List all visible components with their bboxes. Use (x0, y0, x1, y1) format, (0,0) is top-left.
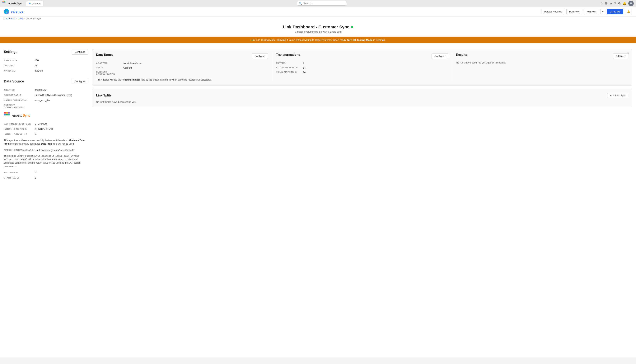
svg-rect-11 (8, 114, 10, 116)
search-input[interactable] (303, 2, 345, 5)
initial-load-value-value: X (34, 133, 36, 136)
filters-value: 3 (303, 62, 304, 65)
sap-timezone-value: UTC-04:00 (34, 122, 47, 125)
svg-rect-1 (4, 1, 4, 2)
card-close-button[interactable]: × (627, 51, 629, 55)
os-bar-right: ☆ ⊞ ☁ ? ⚙ 🔔 U (600, 1, 634, 6)
min-date-info: This sync has not been run successfully … (4, 139, 88, 146)
start-page-label: START PAGE: (4, 177, 34, 179)
app-name: enosix Sync (8, 2, 23, 5)
star-icon[interactable]: ☆ (600, 2, 603, 5)
filters-label: FILTERS: (276, 62, 303, 64)
cloud-icon[interactable]: ☁ (609, 2, 612, 5)
upload-records-button[interactable]: Upload Records (541, 9, 565, 14)
total-mappings-value: 14 (303, 71, 306, 74)
source-table-label: SOURCE TABLE: (4, 94, 34, 96)
api-name-value: alzD0H (34, 69, 43, 72)
svg-rect-6 (4, 112, 6, 114)
warning-banner: Link is in Testing Mode, allowing it to … (0, 37, 636, 43)
active-tab[interactable]: Valence (26, 1, 43, 6)
all-runs-button[interactable]: All Runs (613, 53, 628, 59)
run-now-button[interactable]: Run Now (566, 9, 582, 14)
start-page-value: 1 (34, 176, 36, 179)
initial-load-value-label: INITIAL LOAD VALUE: (4, 133, 34, 136)
active-mappings-value: 14 (303, 66, 306, 69)
page-subtitle: Manage everything to do with a single Li… (4, 30, 632, 33)
breadcrumb-sep-2: > (24, 17, 26, 20)
svg-rect-8 (4, 114, 6, 116)
max-pages-value: 10 (34, 171, 37, 174)
guide-me-button[interactable]: Guide Me (607, 9, 623, 14)
transformations-configure-button[interactable]: Configure (432, 53, 448, 59)
dt-table-row: TABLE: Account (96, 66, 268, 70)
adapter-label: ADAPTER: (4, 89, 34, 91)
adapter-row: ADAPTER: enosix SAP (4, 87, 88, 92)
sap-timezone-label: SAP TIMEZONE OFFSET: (4, 123, 34, 125)
grid-icon[interactable]: ⊞ (605, 2, 608, 5)
breadcrumb: Dashboard > Links > Customer Sync (0, 16, 636, 21)
initial-load-field-value: X_INITIALLOAD (34, 128, 53, 130)
dt-config-text: This Adapter will use the Account Number… (96, 78, 268, 82)
named-credential-value: ensx_ecc_dev (34, 99, 50, 102)
api-name-label: API NAME: (4, 70, 34, 72)
dropdown-button[interactable]: ▾ (600, 9, 605, 14)
method-info: The method LimitProductsBySalesAreasCall… (4, 154, 88, 168)
gear-icon[interactable]: ⚙ (618, 2, 621, 5)
initial-load-field-label: INITIAL LOAD FIELD: (4, 128, 34, 130)
logging-value: All (34, 64, 37, 67)
link-splits-header: Link Splits Add Link Split (96, 93, 628, 98)
tab-label: Valence (32, 2, 40, 5)
warning-text-after: in Settings. (373, 38, 386, 42)
settings-configure-button[interactable]: Configure (72, 49, 88, 55)
valence-logo-icon: V (4, 9, 9, 14)
svg-rect-5 (4, 2, 5, 3)
breadcrumb-dashboard[interactable]: Dashboard (4, 17, 15, 20)
svg-rect-4 (4, 2, 4, 3)
logging-label: LOGGING: (4, 64, 34, 67)
logging-row: LOGGING: All (4, 63, 88, 68)
warning-text-before: Link is in Testing Mode, allowing it to … (250, 38, 346, 42)
main-content: Settings Configure BATCH SIZE: 100 LOGGI… (0, 45, 636, 190)
search-criteria-value: LimitProductsBySalesAreasCallable (34, 149, 74, 152)
right-panel: × Data Target Configure ADAPTER: Local S… (92, 49, 632, 186)
main-card: × Data Target Configure ADAPTER: Local S… (92, 49, 632, 86)
app-container: V valence Upload Records Run Now Full Ru… (0, 7, 636, 358)
dt-current-config-label: CURRENT CONFIGURATION: (96, 71, 123, 75)
valence-logo-text: valence (11, 10, 24, 14)
enosix-logo: enosix Sync (4, 112, 88, 119)
bell-icon[interactable]: 🔔 (622, 2, 626, 5)
enosix-text: enosix Sync (12, 114, 30, 118)
current-config-label: CURRENT CONFIGURATION: (4, 104, 34, 108)
breadcrumb-links[interactable]: Links (18, 17, 23, 20)
dt-adapter-row: ADAPTER: Local Salesforce (96, 61, 268, 66)
source-table-value: EnosixCustSync (Customer Sync) (34, 94, 72, 96)
question-icon[interactable]: ? (614, 2, 616, 5)
data-source-configure-button[interactable]: Configure (72, 79, 88, 84)
avatar[interactable]: U (628, 1, 634, 6)
data-source-header: Data Source Configure (4, 79, 88, 84)
valence-logo: V valence (4, 9, 24, 14)
settings-section: Settings Configure BATCH SIZE: 100 LOGGI… (4, 49, 88, 73)
warning-link[interactable]: turn off Testing Mode (347, 38, 372, 42)
source-table-row: SOURCE TABLE: EnosixCustSync (Customer S… (4, 92, 88, 98)
no-splits-text: No Link Splits have been set up yet. (96, 100, 628, 103)
search-criteria-row: SEARCH CRITERIA CLASS: LimitProductsBySa… (4, 148, 88, 153)
dt-adapter-label: ADAPTER: (96, 62, 123, 64)
breadcrumb-sep-1: > (16, 17, 18, 20)
transformations-title: Transformations (276, 53, 300, 56)
full-run-button[interactable]: Full Run (584, 9, 599, 14)
total-mappings-label: TOTAL MAPPINGS: (276, 71, 303, 73)
svg-rect-3 (2, 2, 3, 3)
active-mappings-row: ACTIVE MAPPINGS: 14 (276, 66, 448, 70)
batch-size-value: 100 (34, 59, 39, 62)
page-title-section: Link Dashboard - Customer Sync Manage ev… (0, 21, 636, 35)
adapter-value: enosix SAP (34, 88, 47, 91)
total-mappings-row: TOTAL MAPPINGS: 14 (276, 70, 448, 74)
data-target-configure-button[interactable]: Configure (252, 53, 268, 59)
notification-bell-button[interactable]: 🔔 (625, 9, 632, 14)
add-link-split-button[interactable]: Add Link Split (607, 93, 628, 98)
data-target-title: Data Target (96, 53, 113, 56)
search-bar[interactable]: 🔍 (297, 1, 347, 6)
page-title: Link Dashboard - Customer Sync (4, 24, 632, 30)
valence-header: V valence Upload Records Run Now Full Ru… (0, 7, 636, 16)
